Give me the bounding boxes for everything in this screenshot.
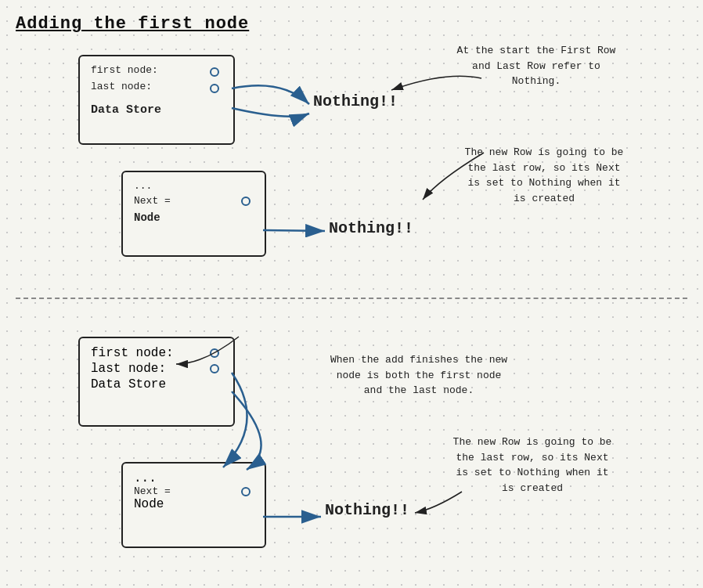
nothing-bottom-1: Nothing!! <box>325 501 409 519</box>
data-store-bottom: first node: last node: Data Store <box>78 337 235 427</box>
data-store-title-top: Data Store <box>91 103 222 117</box>
data-store-title-bottom: Data Store <box>91 377 222 391</box>
first-node-row-bottom: first node: <box>91 346 222 360</box>
node-title-top: Node <box>134 211 254 224</box>
node-ellipsis-top: ... <box>134 180 254 192</box>
next-row-top: Next = <box>134 195 254 207</box>
first-node-dot-bottom <box>210 348 219 358</box>
node-ellipsis-bottom: ... <box>134 471 254 485</box>
node-bottom: ... Next = Node <box>121 462 266 548</box>
next-dot-top <box>241 197 251 206</box>
annotation-bottom-1: When the add finishes the new node is bo… <box>329 352 509 399</box>
last-node-row: last node: <box>91 81 222 96</box>
first-node-row: first node: <box>91 64 222 79</box>
last-node-label-bottom: last node: <box>91 362 166 376</box>
annotation-top-2: The new Row is going to be the last row,… <box>462 145 626 206</box>
first-node-label-bottom: first node: <box>91 346 174 360</box>
annotation-bottom-2: The new Row is going to be the last row,… <box>450 435 615 496</box>
annotation-top-1: At the start the First Row and Last Row … <box>454 43 618 89</box>
section-divider <box>16 298 687 299</box>
first-node-label: first node: <box>91 64 158 76</box>
next-label-bottom: Next = <box>134 485 171 497</box>
last-node-row-bottom: last node: <box>91 362 222 376</box>
first-node-dot <box>210 67 219 77</box>
page-title: Adding the first node <box>16 14 249 34</box>
node-title-bottom: Node <box>134 497 254 511</box>
last-node-dot <box>210 84 219 93</box>
nothing-top-1: Nothing!! <box>313 92 398 110</box>
last-node-dot-bottom <box>210 364 219 373</box>
next-dot-bottom <box>241 487 251 496</box>
last-node-label: last node: <box>91 81 152 92</box>
node-top: ... Next = Node <box>121 171 266 257</box>
nothing-top-2: Nothing!! <box>329 219 413 237</box>
next-label-top: Next = <box>134 195 171 207</box>
next-row-bottom: Next = <box>134 485 254 497</box>
data-store-top: first node: last node: Data Store <box>78 55 235 145</box>
